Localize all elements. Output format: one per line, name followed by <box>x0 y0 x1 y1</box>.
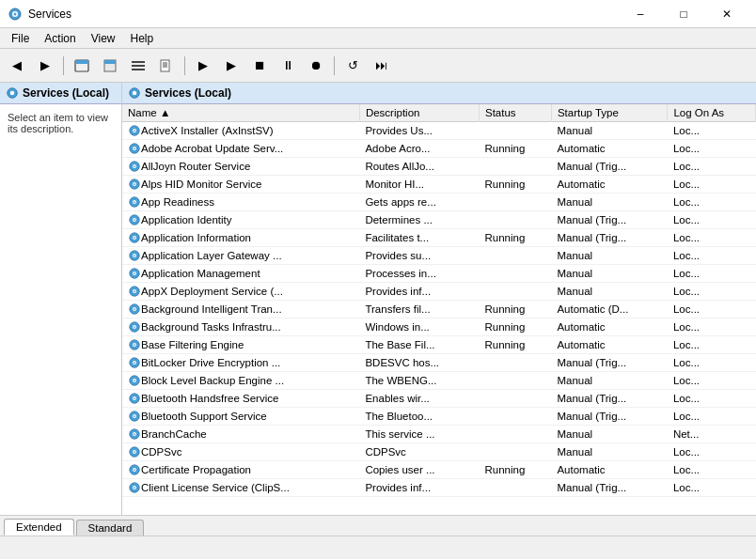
resume-button[interactable]: ⏺ <box>303 53 329 79</box>
tabs-bar: Extended Standard <box>0 515 756 536</box>
table-row[interactable]: Adobe Acrobat Update Serv... Adobe Acro.… <box>122 140 756 158</box>
service-gear-icon <box>128 463 141 476</box>
cell-name: Adobe Acrobat Update Serv... <box>122 140 359 158</box>
svg-rect-7 <box>132 61 145 63</box>
cell-logon: Loc... <box>668 390 756 408</box>
service-gear-icon <box>128 142 141 155</box>
toolbar-separator-1 <box>63 56 64 75</box>
svg-point-41 <box>134 255 135 256</box>
export-button[interactable] <box>153 53 180 79</box>
cell-startup: Manual <box>551 265 667 283</box>
table-row[interactable]: Background Tasks Infrastru... Windows in… <box>122 318 756 336</box>
cell-startup: Manual (Trig... <box>551 479 667 497</box>
left-panel-description: Select an item to view its description. <box>0 104 121 142</box>
show-hide-console-button[interactable] <box>69 53 95 79</box>
cell-name: CDPSvc <box>122 443 359 461</box>
options-button[interactable] <box>125 53 151 79</box>
services-table: Name ▲ Description Status Startup Type L <box>122 104 756 497</box>
cell-startup: Manual <box>551 283 667 301</box>
forward-button[interactable]: ▶ <box>32 53 58 79</box>
cell-name: Application Information <box>122 229 359 247</box>
svg-rect-9 <box>132 69 145 70</box>
cell-startup: Manual <box>551 443 667 461</box>
table-row[interactable]: BranchCache This service ...ManualNet... <box>122 426 756 443</box>
cell-description: Copies user ... <box>359 461 479 479</box>
title-bar-controls: – □ ✕ <box>619 0 748 28</box>
svg-point-68 <box>134 415 135 417</box>
col-startup[interactable]: Startup Type <box>551 104 667 122</box>
maximize-button[interactable]: □ <box>662 0 705 28</box>
menu-file[interactable]: File <box>4 30 37 47</box>
svg-point-74 <box>134 451 135 453</box>
table-row[interactable]: ActiveX Installer (AxInstSV) Provides Us… <box>122 122 756 140</box>
table-row[interactable]: Certificate Propagation Copies user ...R… <box>122 461 756 479</box>
table-row[interactable]: Bluetooth Support Service The Bluetoo...… <box>122 408 756 426</box>
refresh-button[interactable]: ↺ <box>339 53 366 79</box>
cell-name: Background Intelligent Tran... <box>122 301 359 318</box>
menu-view[interactable]: View <box>84 30 123 47</box>
fast-forward-button[interactable]: ⏭ <box>368 53 394 79</box>
menu-action[interactable]: Action <box>37 30 83 47</box>
service-gear-icon <box>128 195 141 209</box>
cell-name: AllJoyn Router Service <box>122 158 359 176</box>
table-row[interactable]: BitLocker Drive Encryption ... BDESVC ho… <box>122 354 756 372</box>
tab-extended[interactable]: Extended <box>4 519 74 536</box>
table-row[interactable]: CDPSvc CDPSvcManualLoc... <box>122 443 756 461</box>
service-gear-icon <box>128 392 141 405</box>
table-row[interactable]: AllJoyn Router Service Routes AllJo...Ma… <box>122 158 756 176</box>
svg-point-47 <box>134 290 135 292</box>
table-row[interactable]: Background Intelligent Tran... Transfers… <box>122 301 756 318</box>
menu-help[interactable]: Help <box>123 30 162 47</box>
cell-logon: Loc... <box>668 283 756 301</box>
play-button[interactable]: ▶ <box>218 53 244 79</box>
table-row[interactable]: Application Management Processes in...Ma… <box>122 265 756 283</box>
table-row[interactable]: Client License Service (ClipS... Provide… <box>122 479 756 497</box>
col-status[interactable]: Status <box>480 104 552 122</box>
svg-rect-10 <box>161 60 169 71</box>
cell-name: Block Level Backup Engine ... <box>122 372 359 390</box>
cell-status: Running <box>480 301 552 318</box>
cell-name: ActiveX Installer (AxInstSV) <box>122 122 359 140</box>
cell-description: Provides inf... <box>359 479 479 497</box>
right-panel-title: Services (Local) <box>145 86 231 100</box>
cell-startup: Automatic <box>551 140 667 158</box>
cell-description: Enables wir... <box>359 390 479 408</box>
cell-startup: Manual <box>551 426 667 443</box>
mmc-button[interactable] <box>97 53 123 79</box>
svg-point-2 <box>14 12 17 15</box>
table-row[interactable]: Application Information Facilitates t...… <box>122 229 756 247</box>
col-name[interactable]: Name ▲ <box>122 104 359 122</box>
col-logon[interactable]: Log On As <box>668 104 756 122</box>
table-row[interactable]: Bluetooth Handsfree Service Enables wir.… <box>122 390 756 408</box>
table-row[interactable]: Application Layer Gateway ... Provides s… <box>122 247 756 265</box>
service-gear-icon <box>128 160 141 173</box>
cell-startup: Manual (Trig... <box>551 229 667 247</box>
table-row[interactable]: Block Level Backup Engine ... The WBENG.… <box>122 372 756 390</box>
services-table-wrapper[interactable]: Name ▲ Description Status Startup Type L <box>122 104 756 515</box>
pause-button[interactable]: ⏸ <box>275 53 301 79</box>
cell-status <box>480 354 552 372</box>
service-gear-icon <box>128 374 141 387</box>
service-gear-icon <box>128 481 141 494</box>
stop-button[interactable]: ⏹ <box>246 53 273 79</box>
close-button[interactable]: ✕ <box>705 0 748 28</box>
cell-name: Alps HID Monitor Service <box>122 176 359 194</box>
col-description[interactable]: Description <box>359 104 479 122</box>
cell-status: Running <box>480 140 552 158</box>
table-row[interactable]: Application Identity Determines ...Manua… <box>122 211 756 229</box>
minimize-button[interactable]: – <box>619 0 662 28</box>
table-row[interactable]: AppX Deployment Service (... Provides in… <box>122 283 756 301</box>
tab-standard[interactable]: Standard <box>76 520 145 536</box>
svg-point-38 <box>134 237 135 239</box>
cell-status <box>480 390 552 408</box>
table-row[interactable]: Base Filtering Engine The Base Fil...Run… <box>122 336 756 354</box>
table-row[interactable]: App Readiness Gets apps re...ManualLoc..… <box>122 194 756 211</box>
table-row[interactable]: Alps HID Monitor Service Monitor HI...Ru… <box>122 176 756 194</box>
cell-description: Facilitates t... <box>359 229 479 247</box>
cell-startup: Manual (Trig... <box>551 211 667 229</box>
cell-status <box>480 479 552 497</box>
back-button[interactable]: ◀ <box>4 53 30 79</box>
start-service-button[interactable]: ▶ <box>190 53 216 79</box>
svg-point-17 <box>133 91 136 95</box>
cell-status <box>480 122 552 140</box>
